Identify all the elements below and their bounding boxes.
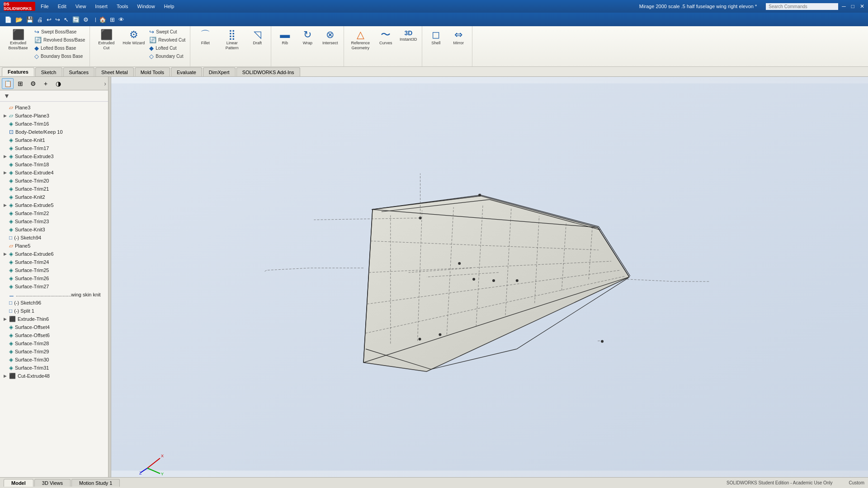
tree-arrow-surface-extrude3[interactable]: ▶ [4, 154, 9, 159]
tree-item-surface-extrude6[interactable]: ▶◈Surface-Extrude6 [0, 250, 108, 258]
tree-item-surface-plane3[interactable]: ▶▱Surface-Plane3 [0, 112, 108, 120]
menu-tools[interactable]: Tools [115, 3, 130, 10]
linear-pattern-button[interactable]: ⣿ Linear Pattern [218, 28, 245, 52]
boundary-cut-button[interactable]: ◇ Boundary Cut [147, 52, 187, 60]
tree-item-surface-knit3[interactable]: ◈Surface-Knit3 [0, 225, 108, 234]
tree-item-surface-offset6[interactable]: ◈Surface-Offset6 [0, 331, 108, 339]
tree-item-surface-offset4[interactable]: ◈Surface-Offset4 [0, 323, 108, 331]
tree-arrow-surface-extrude4[interactable]: ▶ [4, 170, 9, 175]
tree-item-surface-extrude5[interactable]: ▶◈Surface-Extrude5 [0, 201, 108, 209]
tree-item-surface-trim24[interactable]: ◈Surface-Trim24 [0, 258, 108, 266]
draft-button[interactable]: ◹ Draft [246, 28, 268, 47]
tab-motion-study[interactable]: Motion Study 1 [71, 479, 120, 487]
tree-item-split1[interactable]: □(-) Split 1 [0, 307, 108, 315]
search-commands-input[interactable] [766, 3, 838, 10]
tree-item-surface-trim21[interactable]: ◈Surface-Trim21 [0, 185, 108, 193]
swept-cut-button[interactable]: ↪ Swept Cut [147, 28, 187, 36]
expand-panel-button[interactable]: › [104, 80, 106, 87]
qa-view-button[interactable]: 👁 [118, 15, 125, 24]
tree-item-sketch96[interactable]: □(-) Sketch96 [0, 299, 108, 307]
tab-sketch[interactable]: Sketch [35, 67, 62, 76]
fillet-button[interactable]: ⌒ Fillet [193, 28, 217, 47]
tree-arrow-surface-extrude6[interactable]: ▶ [4, 252, 9, 256]
configuration-manager-icon[interactable]: ⚙ [27, 78, 39, 89]
qa-redo-button[interactable]: ↪ [54, 15, 61, 24]
tree-item-surface-extrude4[interactable]: ▶◈Surface-Extrude4 [0, 169, 108, 177]
lofted-boss-base-button[interactable]: ◆ Lofted Boss Base [33, 44, 87, 52]
menu-window[interactable]: Window [136, 3, 157, 10]
qa-save-button[interactable]: 💾 [25, 15, 34, 24]
tree-item-surface-extrude3[interactable]: ▶◈Surface-Extrude3 [0, 152, 108, 160]
mirror-button[interactable]: ⇔ Mirror [448, 28, 469, 47]
qa-options-button[interactable]: ⚙ [82, 15, 90, 24]
tree-item-cut-extrude48[interactable]: ▶⬛Cut-Extrude48 [0, 372, 108, 380]
tree-item-wing-skin-knit[interactable]: ⚊.......................................… [0, 291, 108, 299]
menu-edit[interactable]: Edit [56, 3, 68, 10]
tree-item-plane3[interactable]: ▱Plane3 [0, 103, 108, 112]
qa-rebuild-button[interactable]: 🔄 [71, 15, 80, 24]
display-manager-icon[interactable]: ◑ [52, 78, 64, 89]
tree-item-surface-trim17[interactable]: ◈Surface-Trim17 [0, 144, 108, 152]
curves-button[interactable]: 〜 Curves [375, 28, 396, 47]
maximize-button[interactable]: □ [851, 3, 854, 9]
minimize-button[interactable]: ─ [842, 3, 846, 9]
tree-item-surface-trim25[interactable]: ◈Surface-Trim25 [0, 266, 108, 274]
tab-sheet-metal[interactable]: Sheet Metal [95, 67, 134, 76]
tree-item-surface-trim30[interactable]: ◈Surface-Trim30 [0, 356, 108, 364]
revolved-cut-button[interactable]: 🔄 Revolved Cut [147, 36, 187, 44]
extruded-cut-button[interactable]: ⬛ Extruded Cut [93, 28, 120, 52]
tab-dimxpert[interactable]: DimXpert [203, 67, 236, 76]
tree-item-surface-trim27[interactable]: ◈Surface-Trim27 [0, 282, 108, 291]
qa-undo-button[interactable]: ↩ [46, 15, 52, 24]
qa-open-button[interactable]: 📂 [14, 15, 24, 24]
boundary-boss-button[interactable]: ◇ Boundary Boss Base [33, 52, 87, 60]
qa-zoom-fit-button[interactable]: ⊞ [109, 15, 116, 24]
tab-features[interactable]: Features [2, 67, 34, 76]
tree-item-surface-trim18[interactable]: ◈Surface-Trim18 [0, 160, 108, 169]
tree-item-surface-knit1[interactable]: ◈Surface-Knit1 [0, 136, 108, 144]
qa-print-button[interactable]: 🖨 [36, 15, 44, 24]
extruded-boss-base-button[interactable]: ⬛ Extruded Boss/Base [5, 28, 32, 52]
property-manager-icon[interactable]: ⊞ [14, 78, 26, 89]
dimxpert-manager-icon[interactable]: + [40, 78, 52, 89]
tab-evaluate[interactable]: Evaluate [171, 67, 202, 76]
tree-item-body-delete-keep10[interactable]: ⊡Body-Delete/Keep 10 [0, 128, 108, 136]
tree-item-surface-trim28[interactable]: ◈Surface-Trim28 [0, 339, 108, 347]
reference-geometry-button[interactable]: △ Reference Geometry [347, 28, 374, 52]
tree-arrow-cut-extrude48[interactable]: ▶ [4, 374, 9, 378]
feature-manager-icon[interactable]: 📋 [2, 78, 14, 89]
tree-arrow-surface-plane3[interactable]: ▶ [4, 113, 9, 118]
instant3d-button[interactable]: 3D Instant3D [397, 28, 419, 43]
tree-item-extrude-thin6[interactable]: ▶⬛Extrude-Thin6 [0, 315, 108, 323]
lofted-cut-button[interactable]: ◆ Lofted Cut [147, 44, 187, 52]
tree-item-sketch94[interactable]: □(-) Sketch94 [0, 234, 108, 242]
qa-select-button[interactable]: ↖ [63, 15, 70, 24]
tree-item-surface-trim22[interactable]: ◈Surface-Trim22 [0, 209, 108, 217]
hole-wizard-button[interactable]: ⚙ Hole Wizard [121, 28, 146, 47]
shell-button[interactable]: ◻ Shell [425, 28, 447, 47]
qa-home-button[interactable]: 🏠 [98, 15, 107, 24]
menu-view[interactable]: View [74, 3, 88, 10]
intersect-button[interactable]: ⊗ Intersect [319, 28, 341, 47]
tree-item-plane5[interactable]: ▱Plane5 [0, 242, 108, 250]
tree-arrow-extrude-thin6[interactable]: ▶ [4, 317, 9, 321]
tree-item-surface-trim16[interactable]: ◈Surface-Trim16 [0, 120, 108, 128]
swept-boss-base-button[interactable]: ↪ Swept Boss/Base [33, 28, 87, 36]
tree-arrow-surface-extrude5[interactable]: ▶ [4, 203, 9, 207]
close-button[interactable]: ✕ [860, 3, 864, 9]
tree-item-surface-trim20[interactable]: ◈Surface-Trim20 [0, 177, 108, 185]
qa-new-button[interactable]: 📄 [4, 15, 13, 24]
tree-item-surface-knit2[interactable]: ◈Surface-Knit2 [0, 193, 108, 201]
tab-3d-views[interactable]: 3D Views [34, 479, 71, 487]
menu-file[interactable]: File [39, 3, 51, 10]
rib-button[interactable]: ▬ Rib [274, 28, 296, 47]
tree-item-surface-trim29[interactable]: ◈Surface-Trim29 [0, 347, 108, 356]
menu-help[interactable]: Help [162, 3, 176, 10]
tab-mold-tools[interactable]: Mold Tools [135, 67, 170, 76]
tab-addins[interactable]: SOLIDWORKS Add-Ins [236, 67, 300, 76]
revolved-boss-base-button[interactable]: 🔄 Revolved Boss/Base [33, 36, 87, 44]
tab-surfaces[interactable]: Surfaces [63, 67, 94, 76]
menu-insert[interactable]: Insert [93, 3, 109, 10]
tab-model[interactable]: Model [4, 479, 33, 487]
tree-item-surface-trim23[interactable]: ◈Surface-Trim23 [0, 217, 108, 225]
